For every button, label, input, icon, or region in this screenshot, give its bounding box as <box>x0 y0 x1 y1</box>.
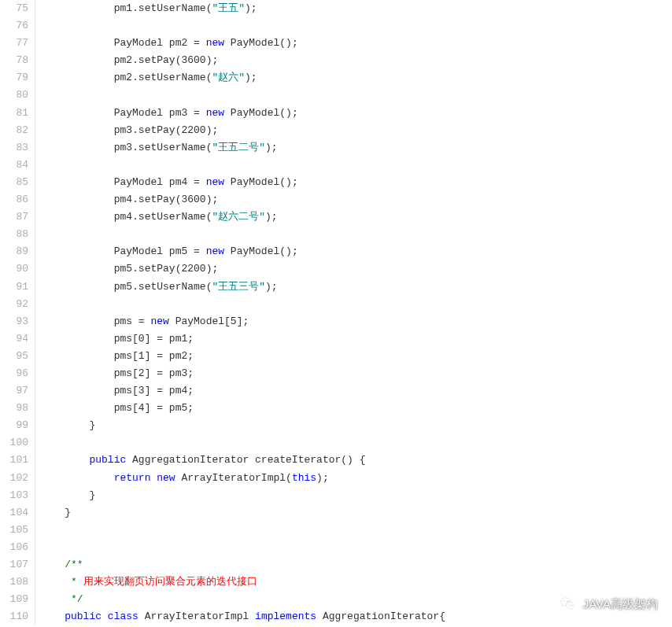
code-line[interactable]: 78 pm2.setPay(3600); <box>0 52 672 69</box>
code-line[interactable]: 104 } <box>0 504 672 522</box>
code-line[interactable]: 92 <box>0 296 672 313</box>
line-number: 93 <box>0 313 35 330</box>
code-content[interactable]: pms[0] = pm1; <box>35 330 194 348</box>
code-line[interactable]: 85 PayModel pm4 = new PayModel(); <box>0 174 672 191</box>
gutter-border <box>35 87 35 104</box>
code-content[interactable]: pm5.setPay(2200); <box>35 260 218 278</box>
line-number: 98 <box>0 400 35 417</box>
line-number: 101 <box>0 452 35 469</box>
line-number: 102 <box>0 470 35 487</box>
code-line[interactable]: 106 <box>0 539 672 556</box>
gutter-border <box>35 157 35 174</box>
code-line[interactable]: 87 pm4.setUserName("赵六二号"); <box>0 208 672 226</box>
code-line[interactable]: 96 pms[2] = pm3; <box>0 365 672 382</box>
code-content[interactable]: PayModel pm2 = new PayModel(); <box>35 35 298 52</box>
code-content[interactable]: pms[4] = pm5; <box>35 400 194 417</box>
code-line[interactable]: 83 pm3.setUserName("王五二号"); <box>0 139 672 157</box>
code-content[interactable]: pm1.setUserName("王五"); <box>35 0 257 17</box>
gutter-border <box>35 17 35 35</box>
code-content[interactable]: pm4.setPay(3600); <box>35 191 218 208</box>
code-line[interactable]: 100 <box>0 434 672 452</box>
code-line[interactable]: 95 pms[1] = pm2; <box>0 348 672 365</box>
line-number: 82 <box>0 122 35 139</box>
line-number: 107 <box>0 556 35 574</box>
code-line[interactable]: 101 public AggregationIterator createIte… <box>0 452 672 469</box>
code-content[interactable]: public AggregationIterator createIterato… <box>35 452 366 469</box>
code-line[interactable]: 82 pm3.setPay(2200); <box>0 122 672 139</box>
code-content[interactable]: pm4.setUserName("赵六二号"); <box>35 208 278 226</box>
line-number: 99 <box>0 417 35 434</box>
code-content[interactable]: public class ArrayIteratorImpl implement… <box>35 608 445 625</box>
gutter-border <box>35 434 35 452</box>
code-content[interactable]: } <box>35 487 95 504</box>
wechat-icon <box>559 596 577 613</box>
code-content[interactable]: /** <box>35 556 83 574</box>
gutter-border <box>35 226 35 243</box>
gutter-border <box>35 296 35 313</box>
code-content[interactable]: pms = new PayModel[5]; <box>35 313 249 330</box>
line-number: 78 <box>0 52 35 69</box>
code-content[interactable]: PayModel pm4 = new PayModel(); <box>35 174 298 191</box>
code-line[interactable]: 76 <box>0 17 672 35</box>
code-content[interactable]: } <box>35 417 95 434</box>
code-line[interactable]: 105 <box>0 522 672 539</box>
line-number: 80 <box>0 87 35 104</box>
code-line[interactable]: 107 /** <box>0 556 672 574</box>
code-line[interactable]: 93 pms = new PayModel[5]; <box>0 313 672 330</box>
line-number: 100 <box>0 434 35 452</box>
line-number: 110 <box>0 608 35 625</box>
code-line[interactable]: 75 pm1.setUserName("王五"); <box>0 0 672 17</box>
code-content[interactable]: pm3.setUserName("王五二号"); <box>35 139 278 157</box>
code-content[interactable]: } <box>35 504 71 522</box>
line-number: 76 <box>0 17 35 35</box>
code-line[interactable]: 108 * 用来实现翻页访问聚合元素的迭代接口 <box>0 574 672 591</box>
code-content[interactable]: pms[2] = pm3; <box>35 365 194 382</box>
line-number: 91 <box>0 278 35 296</box>
code-content[interactable]: pm5.setUserName("王五三号"); <box>35 278 278 296</box>
code-editor[interactable]: 75 pm1.setUserName("王五");7677 PayModel p… <box>0 0 672 625</box>
code-content[interactable]: PayModel pm3 = new PayModel(); <box>35 105 298 122</box>
code-content[interactable]: * 用来实现翻页访问聚合元素的迭代接口 <box>35 574 257 591</box>
line-number: 84 <box>0 157 35 174</box>
code-line[interactable]: 86 pm4.setPay(3600); <box>0 191 672 208</box>
gutter-border <box>35 522 35 539</box>
line-number: 97 <box>0 382 35 400</box>
line-number: 83 <box>0 139 35 157</box>
line-number: 104 <box>0 504 35 522</box>
line-number: 109 <box>0 591 35 608</box>
code-line[interactable]: 80 <box>0 87 672 104</box>
line-number: 90 <box>0 260 35 278</box>
code-content[interactable]: */ <box>35 591 83 608</box>
code-line[interactable]: 94 pms[0] = pm1; <box>0 330 672 348</box>
line-number: 81 <box>0 105 35 122</box>
code-line[interactable]: 89 PayModel pm5 = new PayModel(); <box>0 243 672 260</box>
line-number: 92 <box>0 296 35 313</box>
line-number: 94 <box>0 330 35 348</box>
line-number: 85 <box>0 174 35 191</box>
code-content[interactable]: return new ArrayIteratorImpl(this); <box>35 470 329 487</box>
code-content[interactable]: pm2.setUserName("赵六"); <box>35 69 257 87</box>
line-number: 106 <box>0 539 35 556</box>
line-number: 89 <box>0 243 35 260</box>
code-content[interactable]: PayModel pm5 = new PayModel(); <box>35 243 298 260</box>
code-content[interactable]: pm3.setPay(2200); <box>35 122 218 139</box>
watermark-text: JAVA高级架构 <box>583 597 658 612</box>
code-line[interactable]: 79 pm2.setUserName("赵六"); <box>0 69 672 87</box>
code-content[interactable]: pm2.setPay(3600); <box>35 52 218 69</box>
code-line[interactable]: 88 <box>0 226 672 243</box>
code-line[interactable]: 90 pm5.setPay(2200); <box>0 260 672 278</box>
code-line[interactable]: 98 pms[4] = pm5; <box>0 400 672 417</box>
code-line[interactable]: 102 return new ArrayIteratorImpl(this); <box>0 470 672 487</box>
code-content[interactable]: pms[3] = pm4; <box>35 382 194 400</box>
code-line[interactable]: 77 PayModel pm2 = new PayModel(); <box>0 35 672 52</box>
code-content[interactable]: pms[1] = pm2; <box>35 348 194 365</box>
code-line[interactable]: 84 <box>0 157 672 174</box>
code-line[interactable]: 81 PayModel pm3 = new PayModel(); <box>0 105 672 122</box>
code-line[interactable]: 99 } <box>0 417 672 434</box>
line-number: 79 <box>0 69 35 87</box>
code-line[interactable]: 103 } <box>0 487 672 504</box>
line-number: 105 <box>0 522 35 539</box>
code-line[interactable]: 97 pms[3] = pm4; <box>0 382 672 400</box>
code-line[interactable]: 91 pm5.setUserName("王五三号"); <box>0 278 672 296</box>
line-number: 95 <box>0 348 35 365</box>
